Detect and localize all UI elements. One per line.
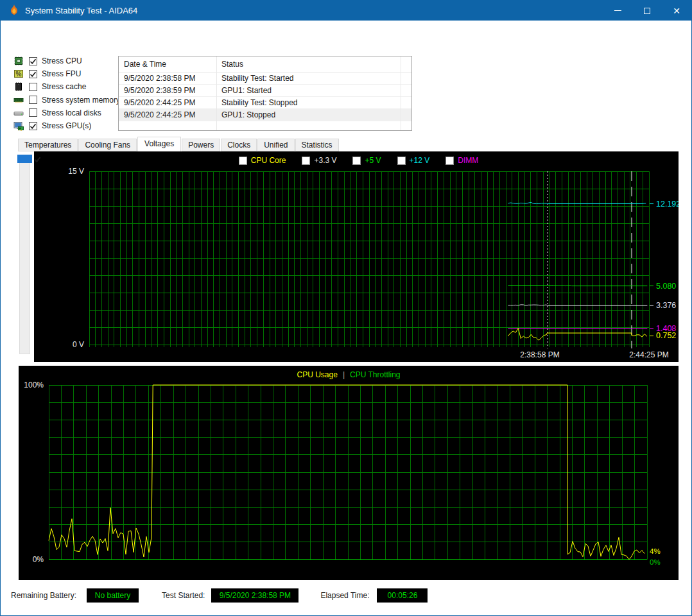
legend-item-5-v: +5 V	[348, 156, 381, 165]
chart-scale-scrollbar[interactable]	[17, 155, 32, 354]
gpu-icon	[13, 121, 24, 131]
voltages-legend: CPU Core+3.3 V+5 V+12 VDIMM	[34, 156, 679, 165]
legend-label: DIMM	[458, 156, 478, 165]
stress-checkbox-stress-system-memory[interactable]	[29, 96, 37, 104]
column-header-datetime: Date & Time	[119, 60, 216, 69]
table-scroll-gutter-divider	[401, 56, 401, 130]
stress-option-stress-gpu-s[interactable]: Stress GPU(s)	[13, 119, 120, 132]
cell-status: GPU1: Started	[216, 86, 401, 95]
x-axis-label: 2:38:58 PM	[520, 350, 559, 359]
cpu-chart-title: CPU Usage|CPU Throttling	[19, 370, 679, 379]
value-label-3-3-v: 3.376	[656, 301, 676, 310]
cell-datetime: 9/5/2020 2:38:58 PM	[119, 74, 216, 83]
tab-voltages[interactable]: Voltages	[137, 137, 181, 151]
legend-item-3-3-v: +3.3 V	[297, 156, 336, 165]
table-row[interactable]: 9/5/2020 2:44:25 PMStability Test: Stopp…	[119, 97, 411, 109]
stress-option-stress-cpu[interactable]: Stress CPU	[13, 55, 120, 67]
cell-status: Stability Test: Stopped	[216, 98, 401, 107]
legend-checkbox-3-3-v[interactable]	[302, 157, 310, 165]
stress-option-stress-system-memory[interactable]: Stress system memory	[13, 94, 120, 107]
tab-statistics[interactable]: Statistics	[295, 139, 339, 151]
value-label-cpu-usage: 4%	[650, 547, 661, 555]
stress-option-label: Stress cache	[42, 82, 86, 91]
test-started-value: 9/5/2020 2:38:58 PM	[211, 588, 298, 603]
table-row[interactable]: 9/5/2020 2:38:59 PMGPU1: Started	[119, 85, 411, 97]
maximize-button[interactable]	[632, 1, 662, 21]
stress-option-label: Stress CPU	[42, 56, 82, 65]
cpu-title-cpu-usage: CPU Usage	[297, 370, 338, 379]
test-started-label: Test Started:	[162, 591, 205, 600]
stress-checkbox-stress-cpu[interactable]	[29, 57, 37, 65]
y-axis-max-label: 15 V	[68, 167, 84, 176]
stress-option-label: Stress FPU	[42, 69, 81, 78]
y-axis-min-label: 0%	[33, 555, 44, 564]
cache-icon	[13, 81, 24, 92]
svg-text:%: %	[16, 71, 22, 78]
tab-powers[interactable]: Powers	[182, 139, 220, 151]
scrollbar-thumb[interactable]	[17, 155, 32, 163]
scrollbar-track[interactable]	[19, 155, 30, 354]
legend-checkbox-dimm[interactable]	[445, 157, 454, 165]
close-icon: ✕	[673, 6, 680, 16]
x-axis-label: 2:44:25 PM	[629, 350, 668, 359]
series-12-v	[508, 203, 646, 204]
legend-checkbox-cpu-core[interactable]	[239, 157, 247, 165]
stress-checkbox-stress-cache[interactable]	[29, 83, 37, 91]
table-column-divider	[216, 56, 217, 130]
maximize-icon	[644, 8, 650, 14]
cell-datetime: 9/5/2020 2:38:59 PM	[119, 86, 216, 95]
legend-label: +3.3 V	[314, 156, 336, 165]
chart-tabs: TemperaturesCooling FansVoltagesPowersCl…	[18, 137, 340, 151]
stress-option-label: Stress system memory	[42, 96, 120, 105]
legend-checkbox-5-v[interactable]	[352, 157, 361, 165]
app-flame-icon	[9, 4, 19, 17]
legend-label: +5 V	[365, 156, 381, 165]
battery-value: No battery	[87, 588, 139, 603]
cpu-title-cpu-throttling: CPU Throttling	[350, 370, 400, 379]
legend-checkbox-12-v[interactable]	[397, 157, 406, 165]
tab-unified[interactable]: Unified	[257, 139, 294, 151]
table-row[interactable]: 9/5/2020 2:44:25 PMGPU1: Stopped	[119, 109, 411, 121]
series-5-v	[508, 286, 647, 286]
status-bar: Remaining Battery: No battery Test Start…	[11, 588, 428, 603]
stress-option-stress-local-disks[interactable]: Stress local disks	[13, 107, 120, 119]
y-axis-max-label: 100%	[24, 381, 44, 389]
cpu-title-: |	[343, 370, 345, 379]
cell-status: GPU1: Stopped	[216, 110, 401, 119]
event-log-table: Date & TimeStatus9/5/2020 2:38:58 PMStab…	[118, 56, 412, 131]
elapsed-time-label: Elapsed Time:	[320, 591, 369, 600]
value-label-cpu-core: 0.752	[656, 331, 676, 340]
y-axis-min-label: 0 V	[73, 340, 84, 349]
tab-temperatures[interactable]: Temperatures	[18, 139, 78, 151]
stress-option-stress-cache[interactable]: Stress cache	[13, 80, 120, 93]
cell-status: Stability Test: Started	[216, 74, 401, 83]
app-window: System Stability Test - AIDA64 ✕ Stress …	[0, 0, 692, 616]
value-label-12-v: 12.192	[656, 200, 679, 209]
memory-icon	[13, 95, 24, 105]
close-button[interactable]: ✕	[662, 1, 691, 21]
value-label-5-v: 5.080	[656, 282, 676, 291]
table-row[interactable]: 9/5/2020 2:38:58 PMStability Test: Start…	[119, 73, 411, 85]
voltages-chart: 12.1925.0803.3761.4080.75215 V0 V2:38:58…	[34, 151, 679, 362]
tab-clocks[interactable]: Clocks	[221, 139, 257, 151]
cell-datetime: 9/5/2020 2:44:25 PM	[119, 98, 216, 107]
stress-option-label: Stress local disks	[42, 108, 101, 117]
stress-checkbox-stress-gpu-s[interactable]	[29, 122, 37, 130]
minimize-button[interactable]	[603, 1, 632, 21]
table-header: Date & TimeStatus	[119, 56, 411, 73]
battery-label: Remaining Battery:	[11, 591, 76, 600]
fpu-icon: %	[13, 69, 24, 79]
legend-item-cpu-core: CPU Core	[234, 156, 286, 165]
cpu-icon	[13, 56, 24, 66]
voltages-chart-panel: CPU Core+3.3 V+5 V+12 VDIMM 12.1925.0803…	[34, 151, 679, 362]
caption-buttons: ✕	[603, 1, 691, 21]
stress-option-stress-fpu[interactable]: %Stress FPU	[13, 67, 120, 80]
tab-cooling-fans[interactable]: Cooling Fans	[78, 139, 137, 151]
dialog-content: Stress CPU%Stress FPUStress cacheStress …	[1, 21, 691, 615]
stress-checkbox-stress-local-disks[interactable]	[29, 108, 37, 117]
cell-datetime: 9/5/2020 2:44:25 PM	[119, 110, 216, 119]
legend-label: +12 V	[410, 156, 430, 165]
cpu-usage-chart-panel: CPU Usage|CPU Throttling 4%0%100%0%	[19, 366, 679, 580]
stress-checkbox-stress-fpu[interactable]	[29, 70, 37, 78]
legend-item-dimm: DIMM	[441, 156, 478, 165]
